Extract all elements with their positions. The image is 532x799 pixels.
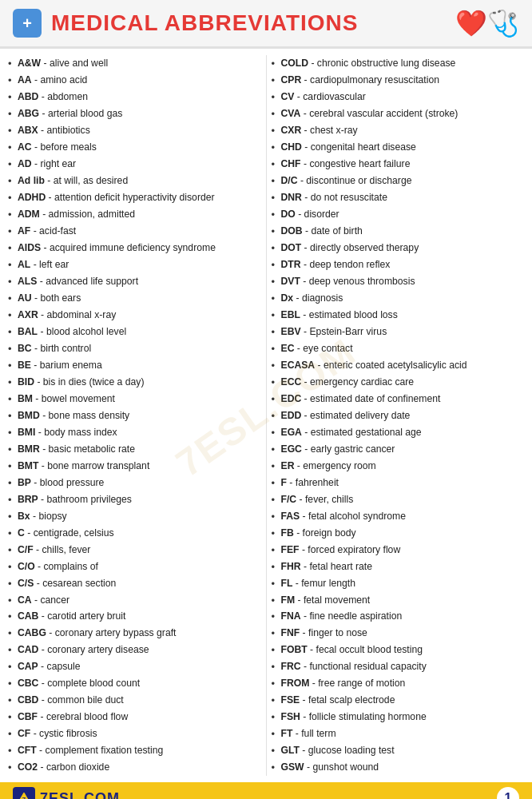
list-item: FSE - fetal scalp electrode (272, 692, 525, 709)
list-item: CA - cancer (8, 592, 261, 609)
list-item: BMR - basic metabolic rate (8, 441, 261, 458)
header: + MEDICAL ABBREVIATIONS ❤️‍🩺 (0, 0, 532, 49)
list-item: CABG - coronary artery bypass graft (8, 625, 261, 642)
list-item: ECC - emergency cardiac care (272, 374, 525, 391)
list-item: CV - cardiovascular (272, 89, 525, 105)
list-item: ABX - antibiotics (8, 122, 261, 139)
list-item: FL - femur length (272, 575, 525, 592)
list-item: BP - blood pressure (8, 475, 261, 491)
list-item: Dx - diagnosis (272, 290, 525, 307)
list-item: AD - right ear (8, 156, 261, 173)
footer-logo-icon: 7 (13, 787, 35, 799)
list-item: CAB - carotid artery bruit (8, 608, 261, 625)
list-item: BC - birth control (8, 340, 261, 357)
list-item: FNA - fine needle aspiration (272, 608, 525, 625)
list-item: C - centigrade, celsius (8, 525, 261, 542)
list-item: AA - amino acid (8, 72, 261, 89)
footer-logo: 7 7ESL.COM (13, 787, 120, 799)
list-item: Ad lib - at will, as desired (8, 173, 261, 189)
list-item: AU - both ears (8, 290, 261, 307)
list-item: C/F - chills, fever (8, 542, 261, 559)
list-item: EBL - estimated blood loss (272, 307, 525, 324)
list-item: FRC - functional residual capacity (272, 658, 525, 675)
list-item: GSW - gunshot wound (272, 759, 525, 776)
list-item: ECASA - enteric coated acetylsalicylic a… (272, 357, 525, 374)
list-item: C/O - complains of (8, 559, 261, 575)
list-item: CXR - chest x-ray (272, 122, 525, 139)
list-item: BMD - bone mass density (8, 407, 261, 424)
list-item: FAS - fetal alcohol syndrome (272, 508, 525, 525)
list-item: CAP - capsule (8, 658, 261, 675)
list-item: BAL - blood alcohol level (8, 324, 261, 340)
list-item: BMT - bone marrow transplant (8, 458, 261, 475)
list-item: FM - fetal movement (272, 592, 525, 609)
list-item: AC - before meals (8, 139, 261, 156)
list-item: FNF - finger to nose (272, 625, 525, 642)
list-item: FHR - fetal heart rate (272, 559, 525, 575)
list-item: EGA - estimated gestational age (272, 424, 525, 441)
list-item: AXR - abdominal x-ray (8, 307, 261, 324)
list-item: BID - bis in dies (twice a day) (8, 374, 261, 391)
list-item: BE - barium enema (8, 357, 261, 374)
left-column: A&W - alive and wellAA - amino acidABD -… (5, 55, 264, 776)
list-item: COLD - chronic obstructive lung disease (272, 55, 525, 72)
list-item: EGC - early gastric cancer (272, 441, 525, 458)
right-column: COLD - chronic obstructive lung diseaseC… (268, 55, 528, 776)
svg-text:7: 7 (22, 796, 26, 799)
list-item: CO2 - carbon dioxide (8, 759, 261, 776)
list-item: CPR - cardiopulmonary resuscitation (272, 72, 525, 89)
list-item: Bx - biopsy (8, 508, 261, 525)
list-item: ER - emergency room (272, 458, 525, 475)
list-item: FT - full term (272, 725, 525, 742)
list-item: ADHD - attention deficit hyperactivity d… (8, 189, 261, 206)
list-item: DOT - directly observed therapy (272, 240, 525, 256)
list-item: AIDS - acquired immune deficiency syndro… (8, 240, 261, 256)
list-item: GLT - glucose loading test (272, 742, 525, 759)
list-item: CFT - complement fixation testing (8, 742, 261, 759)
list-item: BRP - bathroom privileges (8, 491, 261, 508)
list-item: D/C - discontinue or discharge (272, 173, 525, 189)
list-item: FROM - free range of motion (272, 675, 525, 692)
list-item: DTR - deep tendon reflex (272, 256, 525, 273)
list-item: CBF - cerebral blood flow (8, 709, 261, 725)
list-item: FB - foreign body (272, 525, 525, 542)
footer-logo-text: 7ESL.COM (40, 790, 120, 799)
list-item: EDC - estimated date of confinement (272, 391, 525, 407)
list-item: EBV - Epstein-Barr virus (272, 324, 525, 340)
list-item: CBC - complete blood count (8, 675, 261, 692)
list-item: CF - cystic fibrosis (8, 725, 261, 742)
list-item: FSH - follicle stimulating hormone (272, 709, 525, 725)
list-item: FEF - forced expiratory flow (272, 542, 525, 559)
header-plus-icon: + (13, 9, 42, 38)
list-item: ADM - admission, admitted (8, 206, 261, 223)
list-item: CVA - cerebral vascular accident (stroke… (272, 105, 525, 122)
list-item: AL - left ear (8, 256, 261, 273)
list-item: BM - bowel movement (8, 391, 261, 407)
page-title: MEDICAL ABBREVIATIONS (51, 10, 446, 36)
list-item: C/S - cesarean section (8, 575, 261, 592)
header-heart-icon: ❤️‍🩺 (455, 8, 519, 38)
list-item: A&W - alive and well (8, 55, 261, 72)
list-item: CHD - congenital heart disease (272, 139, 525, 156)
list-item: CHF - congestive heart failure (272, 156, 525, 173)
list-item: DOB - date of birth (272, 223, 525, 240)
list-item: DNR - do not resuscitate (272, 189, 525, 206)
list-item: ABG - arterial blood gas (8, 105, 261, 122)
list-item: CBD - common bile duct (8, 692, 261, 709)
page-number: 1 (497, 787, 519, 799)
list-item: F - fahrenheit (272, 475, 525, 491)
list-item: EC - eye contact (272, 340, 525, 357)
footer: 7 7ESL.COM 1 (0, 782, 532, 799)
list-item: BMI - body mass index (8, 424, 261, 441)
list-item: ALS - advanced life support (8, 273, 261, 290)
list-item: ABD - abdomen (8, 89, 261, 105)
list-item: EDD - estimated delivery date (272, 407, 525, 424)
list-item: DVT - deep venous thrombosis (272, 273, 525, 290)
content-area: A&W - alive and wellAA - amino acidABD -… (0, 49, 532, 782)
list-item: DO - disorder (272, 206, 525, 223)
list-item: FOBT - fecal occult blood testing (272, 642, 525, 658)
list-item: AF - acid-fast (8, 223, 261, 240)
list-item: CAD - coronary artery disease (8, 642, 261, 658)
list-item: F/C - fever, chills (272, 491, 525, 508)
